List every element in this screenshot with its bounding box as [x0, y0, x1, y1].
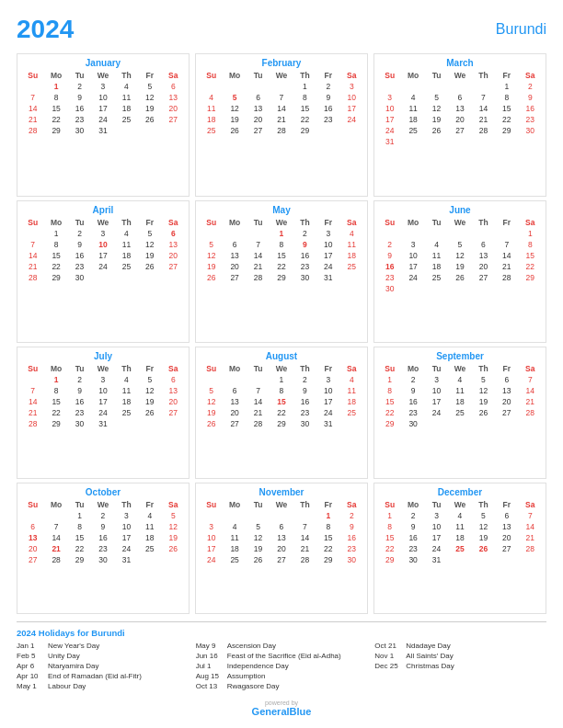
calendar-day: 11	[340, 385, 363, 396]
holidays-section: 2024 Holidays for Burundi Jan 1New Year'…	[17, 621, 546, 692]
calendar-day	[223, 374, 246, 385]
calendar-day: 10	[91, 385, 114, 396]
calendar-day: 29	[270, 272, 293, 283]
calendar-day: 17	[378, 114, 401, 125]
calendar-day: 12	[425, 103, 448, 114]
calendar-day: 13	[223, 250, 246, 261]
weekday-header: We	[91, 217, 114, 228]
weekday-header: Fr	[316, 70, 339, 81]
weekday-header: We	[448, 70, 471, 81]
calendar-day: 23	[316, 114, 339, 125]
list-item: Jul 1Independence Day	[196, 662, 368, 670]
calendar-day: 23	[293, 407, 316, 418]
calendar-day	[316, 125, 339, 136]
calendar-day: 10	[340, 92, 363, 103]
calendar-day: 29	[378, 554, 401, 565]
list-item: Jan 1New Year's Day	[17, 642, 189, 650]
calendar-day: 4	[138, 510, 161, 521]
calendar-day: 16	[68, 250, 91, 261]
calendar-day: 11	[223, 532, 246, 543]
holiday-name: Ndadaye Day	[406, 642, 450, 650]
calendar-day: 19	[472, 532, 495, 543]
calendar-day	[519, 418, 542, 429]
holiday-name: Unity Day	[48, 652, 80, 660]
calendar-day: 27	[495, 543, 518, 554]
calendar-day: 7	[21, 239, 44, 250]
calendar-day: 10	[115, 521, 138, 532]
calendar-day	[401, 136, 424, 147]
weekday-header: Fr	[495, 499, 518, 510]
calendar-day: 13	[162, 239, 185, 250]
calendar-day: 14	[21, 103, 44, 114]
calendar-day: 26	[472, 543, 495, 554]
calendar-day: 23	[340, 543, 363, 554]
calendar-day: 5	[138, 228, 161, 239]
holiday-name: End of Ramadan (Eid al-Fitr)	[48, 672, 142, 680]
calendar-day: 25	[138, 543, 161, 554]
month-block-february: FebruarySuMoTuWeThFrSa123456789101112131…	[195, 53, 368, 197]
calendar-day: 14	[495, 250, 518, 261]
calendar-day: 11	[448, 521, 471, 532]
holiday-date: Jul 1	[196, 662, 224, 670]
calendar-day	[223, 228, 246, 239]
calendar-day: 27	[223, 272, 246, 283]
calendar-day: 8	[44, 92, 67, 103]
calendar-day: 14	[293, 532, 316, 543]
calendar-day	[401, 228, 424, 239]
calendar-day: 5	[223, 92, 246, 103]
weekday-header: Fr	[138, 499, 161, 510]
holiday-column: May 9Ascension DayJun 16Feast of the Sac…	[196, 642, 368, 692]
calendar-day: 15	[519, 250, 542, 261]
calendar-day: 9	[316, 92, 339, 103]
calendar-day	[200, 228, 223, 239]
calendar-day: 9	[68, 92, 91, 103]
calendar-day	[162, 554, 185, 565]
holiday-name: Independence Day	[227, 662, 289, 670]
holiday-name: Feast of the Sacrifice (Eid al-Adha)	[227, 652, 341, 660]
calendar-day	[472, 81, 495, 92]
calendar-day: 8	[270, 239, 293, 250]
weekday-header: Sa	[519, 363, 542, 374]
list-item: Feb 5Unity Day	[17, 652, 189, 660]
weekday-header: Su	[200, 363, 223, 374]
calendar-day	[21, 81, 44, 92]
calendar-day: 26	[247, 554, 270, 565]
calendar-day: 19	[223, 114, 246, 125]
calendar-day: 1	[378, 510, 401, 521]
calendar-day: 21	[519, 396, 542, 407]
calendar-day: 26	[472, 407, 495, 418]
calendar-day: 3	[425, 374, 448, 385]
calendar-day: 8	[44, 385, 67, 396]
calendar-day: 24	[401, 272, 424, 283]
calendar-day: 5	[138, 374, 161, 385]
calendar-day: 5	[448, 239, 471, 250]
calendar-day: 1	[378, 374, 401, 385]
calendar-day: 2	[519, 81, 542, 92]
calendar-day: 10	[425, 385, 448, 396]
calendar-day: 7	[21, 92, 44, 103]
calendar-day: 28	[472, 125, 495, 136]
calendar-day: 6	[162, 81, 185, 92]
calendar-day: 30	[68, 418, 91, 429]
calendar-day: 3	[425, 510, 448, 521]
calendar-day: 25	[115, 407, 138, 418]
calendar-day: 26	[200, 418, 223, 429]
month-block-march: MarchSuMoTuWeThFrSa123456789101112131415…	[373, 53, 546, 197]
calendar-day: 27	[21, 554, 44, 565]
calendar-day: 25	[223, 554, 246, 565]
calendar-day	[115, 272, 138, 283]
month-table: SuMoTuWeThFrSa12345678910111213141516171…	[378, 217, 542, 294]
holiday-date: Dec 25	[374, 662, 402, 670]
calendar-day: 11	[200, 103, 223, 114]
calendar-day: 22	[519, 261, 542, 272]
calendar-day	[115, 125, 138, 136]
calendar-day: 18	[138, 532, 161, 543]
calendar-day	[21, 374, 44, 385]
weekday-header: Mo	[223, 499, 246, 510]
calendar-day: 24	[91, 407, 114, 418]
calendar-day	[340, 125, 363, 136]
calendar-day: 26	[138, 407, 161, 418]
calendar-day: 13	[162, 92, 185, 103]
weekday-header: Th	[293, 363, 316, 374]
calendar-day	[472, 136, 495, 147]
